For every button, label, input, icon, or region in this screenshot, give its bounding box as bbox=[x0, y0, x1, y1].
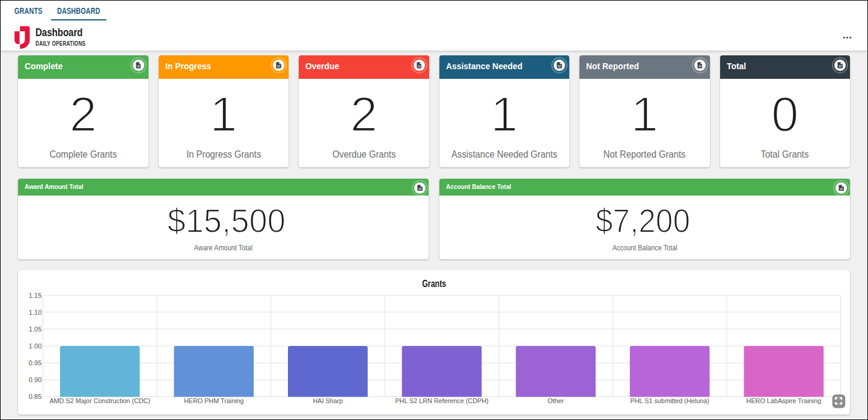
svg-text:PHL S1 submitted (Heluna): PHL S1 submitted (Heluna) bbox=[631, 397, 709, 404]
svg-text:AMD S2 Major Construction (CDC: AMD S2 Major Construction (CDC) bbox=[49, 397, 150, 404]
svg-text:Other: Other bbox=[548, 397, 564, 404]
svg-text:1.10: 1.10 bbox=[29, 309, 42, 316]
svg-text:1.05: 1.05 bbox=[29, 326, 42, 333]
svg-text:1.00: 1.00 bbox=[29, 342, 42, 350]
svg-text:0.85: 0.85 bbox=[29, 393, 42, 400]
svg-text:PHL S2 LRN Reference (CDPH): PHL S2 LRN Reference (CDPH) bbox=[395, 397, 488, 404]
svg-text:HAI Sharp: HAI Sharp bbox=[313, 397, 343, 404]
svg-text:HERO PHM Training: HERO PHM Training bbox=[184, 397, 244, 404]
svg-text:1.15: 1.15 bbox=[29, 292, 42, 299]
svg-text:0.95: 0.95 bbox=[29, 359, 42, 366]
svg-text:0.90: 0.90 bbox=[29, 376, 42, 383]
svg-text:HERO LabAspire Training: HERO LabAspire Training bbox=[747, 397, 821, 404]
svg-text:Grants: Grants bbox=[422, 278, 446, 289]
